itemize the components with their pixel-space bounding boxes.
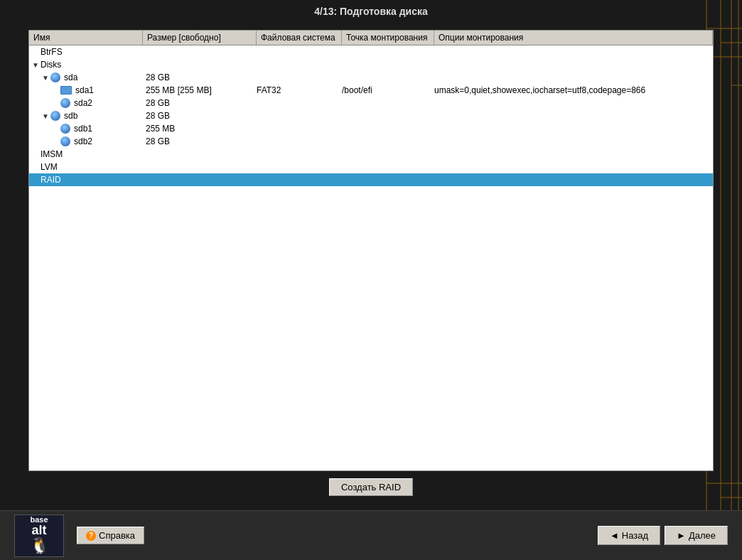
row-name-text: sda2 bbox=[74, 98, 92, 108]
col-header-name: Имя bbox=[29, 31, 143, 45]
row-size-text: 28 GB bbox=[143, 98, 257, 108]
table-row[interactable]: sda1255 MB [255 MB]FAT32/boot/efiumask=0… bbox=[29, 84, 713, 97]
partition-icon bbox=[60, 86, 72, 95]
table-row[interactable]: RAID bbox=[29, 173, 713, 186]
table-row[interactable]: sdb228 GB bbox=[29, 135, 713, 148]
col-header-fs: Файловая система bbox=[257, 31, 342, 45]
row-name-text: IMSM bbox=[41, 149, 63, 159]
logo-penguin-icon: 🐧 bbox=[30, 537, 49, 555]
row-opts-text: umask=0,quiet,showexec,iocharset=utf8,co… bbox=[434, 85, 710, 95]
row-size-text: 255 MB [255 MB] bbox=[143, 85, 257, 95]
col-header-mount: Точка монтирования bbox=[342, 31, 434, 45]
table-row[interactable]: sda228 GB bbox=[29, 97, 713, 109]
next-label: Далее bbox=[689, 530, 716, 541]
row-name-text: RAID bbox=[41, 175, 61, 185]
back-button[interactable]: ◄ Назад bbox=[598, 526, 660, 545]
title-text: 4/13: Подготовка диска bbox=[314, 6, 428, 17]
disk-table-panel: Имя Размер [свободно] Файловая система Т… bbox=[28, 30, 714, 471]
col-header-opts: Опции монтирования bbox=[434, 31, 713, 45]
table-row[interactable]: IMSM bbox=[29, 148, 713, 161]
col-header-size: Размер [свободно] bbox=[143, 31, 257, 45]
row-size-text: 28 GB bbox=[143, 136, 257, 146]
help-button[interactable]: ? Справка bbox=[77, 527, 144, 544]
table-row[interactable]: sdb1255 MB bbox=[29, 122, 713, 135]
nav-buttons: ◄ Назад ► Далее bbox=[598, 526, 728, 545]
disk-sphere-icon bbox=[50, 111, 60, 121]
row-size-text: 255 MB bbox=[143, 124, 257, 134]
row-name-text: sdb2 bbox=[74, 136, 92, 146]
back-label: Назад bbox=[622, 530, 648, 541]
disk-sphere-icon bbox=[50, 72, 60, 82]
row-name-text: Disks bbox=[41, 60, 61, 70]
back-arrow-icon: ◄ bbox=[610, 530, 619, 541]
row-size-text: 28 GB bbox=[143, 111, 257, 121]
table-row[interactable]: ▼sda28 GB bbox=[29, 71, 713, 84]
main-container: 4/13: Подготовка диска Имя Размер [свобо… bbox=[0, 0, 742, 560]
button-area: Создать RAID bbox=[28, 471, 714, 503]
row-name-text: sdb1 bbox=[74, 124, 92, 134]
row-name-text: BtrFS bbox=[41, 47, 63, 57]
help-label: Справка bbox=[99, 530, 135, 541]
toggle-arrow-icon[interactable]: ▼ bbox=[32, 61, 39, 69]
table-row[interactable]: ▼sdb28 GB bbox=[29, 109, 713, 122]
content-area: Имя Размер [свободно] Файловая система Т… bbox=[0, 23, 742, 510]
next-button[interactable]: ► Далее bbox=[665, 526, 728, 545]
toggle-arrow-icon[interactable]: ▼ bbox=[42, 112, 49, 120]
logo: base alt 🐧 bbox=[14, 515, 64, 557]
bottom-bar: base alt 🐧 ? Справка ◄ Назад ► Далее bbox=[0, 510, 742, 560]
table-row[interactable]: LVM bbox=[29, 161, 713, 173]
logo-alt-text: alt bbox=[31, 524, 46, 537]
create-raid-button[interactable]: Создать RAID bbox=[329, 478, 413, 496]
row-fs-text: FAT32 bbox=[257, 85, 342, 95]
toggle-arrow-icon[interactable]: ▼ bbox=[42, 74, 49, 82]
disk-sphere-icon bbox=[60, 124, 70, 134]
row-name-text: sda1 bbox=[75, 85, 94, 95]
row-size-text: 28 GB bbox=[143, 72, 257, 82]
row-name-text: LVM bbox=[41, 162, 58, 172]
next-arrow-icon: ► bbox=[677, 530, 686, 541]
help-icon: ? bbox=[86, 531, 96, 541]
table-header: Имя Размер [свободно] Файловая система Т… bbox=[29, 31, 713, 45]
table-body: BtrFS▼Disks▼sda28 GBsda1255 MB [255 MB]F… bbox=[29, 45, 713, 470]
row-name-text: sdb bbox=[64, 111, 77, 121]
table-row[interactable]: BtrFS bbox=[29, 45, 713, 58]
row-name-text: sda bbox=[64, 72, 77, 82]
disk-sphere-icon bbox=[60, 98, 70, 108]
page-title: 4/13: Подготовка диска bbox=[0, 0, 742, 23]
table-row[interactable]: ▼Disks bbox=[29, 58, 713, 71]
row-mount-text: /boot/efi bbox=[342, 85, 434, 95]
disk-sphere-icon bbox=[60, 136, 70, 146]
